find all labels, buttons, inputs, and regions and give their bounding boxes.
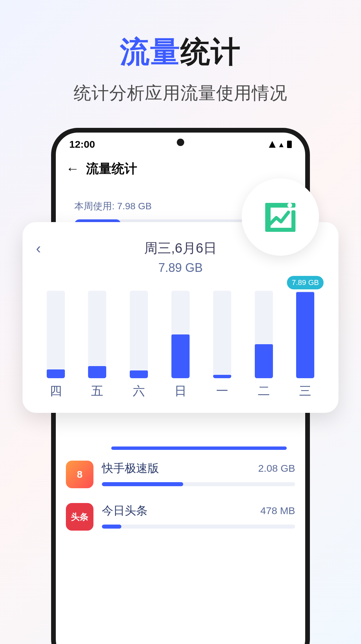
chart-bar-label: 五 [91, 383, 103, 399]
chart-bar-label: 二 [258, 383, 270, 399]
app-header: ← 流量统计 [56, 153, 305, 185]
chart-bar[interactable]: 7.89 GB三 [288, 291, 322, 399]
app-details: 快手极速版 2.08 GB [102, 461, 295, 486]
chart-bar-bg [255, 291, 273, 378]
app-list: 8 快手极速版 2.08 GB 头条 今日头条 478 MB [56, 446, 305, 538]
chart-total: 7.89 GB [36, 261, 325, 275]
chart-bar-bg [47, 291, 65, 378]
chart-date: 周三,6月6日 [144, 239, 217, 257]
app-usage-fill [102, 482, 183, 486]
chart-bar-label: 三 [299, 383, 311, 399]
chart-bar[interactable]: 日 [163, 291, 197, 399]
app-size: 478 MB [260, 505, 295, 516]
title-part-black: 统计 [180, 35, 241, 68]
chart-bar-fill [88, 366, 106, 378]
back-arrow-icon[interactable]: ← [66, 161, 79, 176]
app-details: 今日头条 478 MB [102, 503, 295, 529]
app-usage-fill [102, 525, 121, 529]
app-usage-bar [102, 482, 295, 486]
chart-float-icon [242, 178, 319, 256]
chart-bar-fill [47, 369, 65, 378]
chart-bar-fill [171, 334, 190, 378]
chart-bar-label: 四 [50, 383, 62, 399]
svg-rect-3 [291, 210, 295, 232]
status-icons [269, 139, 292, 150]
chart-bar-fill [296, 292, 314, 378]
status-time: 12:00 [69, 139, 95, 150]
main-title: 流量统计 [0, 32, 361, 72]
chart-bar-badge: 7.89 GB [287, 276, 324, 289]
app-name: 今日头条 [102, 503, 148, 518]
chart-bar[interactable]: 二 [247, 291, 281, 399]
analytics-icon [260, 197, 300, 237]
svg-rect-2 [265, 228, 295, 232]
chart-bar[interactable]: 六 [122, 291, 156, 399]
chart-bar-fill [255, 344, 273, 378]
chart-bar-label: 六 [133, 383, 145, 399]
svg-rect-1 [265, 203, 271, 231]
chart-bar-fill [130, 370, 148, 378]
title-part-blue: 流量 [120, 35, 180, 68]
chart-bar[interactable]: 四 [39, 291, 73, 399]
subtitle: 统计分析应用流量使用情况 [0, 81, 361, 105]
signal-icon [269, 141, 276, 148]
camera-notch [177, 139, 184, 146]
kuaishou-app-icon: 8 [66, 461, 93, 488]
chart-bar-bg [171, 291, 190, 378]
app-item[interactable]: 头条 今日头条 478 MB [64, 496, 297, 538]
app-usage-bar [102, 525, 295, 529]
svg-point-4 [287, 203, 292, 208]
chart-bars: 四五六日一二7.89 GB三 [36, 292, 325, 399]
app-header-title: 流量统计 [86, 160, 137, 177]
app-name: 快手极速版 [102, 461, 159, 476]
wifi-icon [278, 139, 285, 150]
battery-icon [287, 141, 292, 148]
app-size: 2.08 GB [258, 463, 295, 474]
title-section: 流量统计 统计分析应用流量使用情况 [0, 0, 361, 105]
chart-bar-bg [130, 291, 148, 378]
app-item[interactable]: 8 快手极速版 2.08 GB [64, 453, 297, 496]
chart-bar-fill [213, 375, 231, 378]
chart-bar-label: 一 [216, 383, 228, 399]
chart-bar[interactable]: 一 [205, 291, 239, 399]
toutiao-app-icon: 头条 [66, 503, 93, 531]
chart-bar-bg [88, 291, 106, 378]
chart-prev-icon[interactable]: ‹ [36, 240, 41, 257]
chart-bar-label: 日 [174, 383, 187, 399]
chart-bar-bg [296, 291, 314, 378]
chart-bar[interactable]: 五 [80, 291, 114, 399]
app-list-divider [111, 446, 287, 450]
chart-bar-bg [213, 291, 231, 378]
